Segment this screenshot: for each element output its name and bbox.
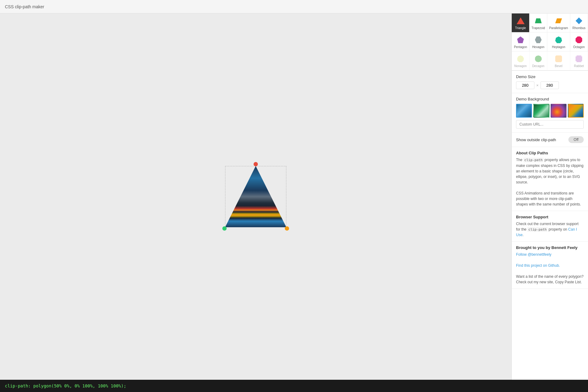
demo-bg-image — [225, 166, 286, 227]
rhombus-icon — [575, 17, 583, 25]
toggle-row: Show outside clip-path Off — [516, 136, 584, 143]
demo-background-section: Demo Background — [512, 93, 588, 133]
browser-support-section: Browser Support Check out the current br… — [512, 211, 588, 242]
shape-button-rabbet[interactable]: Rabbet — [570, 51, 588, 70]
twitter-link[interactable]: Follow @bennettfeely — [516, 252, 552, 257]
browser-support-text: Check out the current browser support fo… — [516, 221, 584, 238]
about-clip-paths-text1: The clip-path property allows you to mak… — [516, 157, 584, 185]
shape-button-trapezoid[interactable]: Trapezoid — [530, 13, 547, 32]
shape-label-heptagon: Heptagon — [552, 45, 565, 49]
shape-label-decagon: Decagon — [532, 64, 545, 68]
about-intro: The — [516, 158, 523, 162]
about-clip-paths-section: About Clip Paths The clip-path property … — [512, 147, 588, 211]
parallelogram-icon — [554, 17, 563, 25]
shape-label-rhombus: Rhombus — [572, 26, 586, 30]
shape-label-trapezoid: Trapezoid — [532, 26, 545, 30]
bg-thumbnails — [516, 104, 584, 118]
github-link[interactable]: Find this project on Github. — [516, 263, 560, 268]
trapezoid-icon — [534, 17, 543, 25]
shape-button-nonagon[interactable]: Nonagon — [512, 51, 530, 70]
app-title: CSS clip-path maker — [5, 4, 44, 9]
size-inputs: × — [516, 81, 584, 89]
attribution-section: Brought to you by Bennett Feely Follow @… — [512, 242, 588, 289]
main-content: Triangle Trapezoid Parallelogram — [0, 13, 588, 380]
shape-label-nonagon: Nonagon — [514, 64, 527, 68]
shape-label-rabbet: Rabbet — [574, 64, 584, 68]
shape-button-bevel[interactable]: Bevel — [547, 51, 570, 70]
bg-thumb-3[interactable] — [551, 104, 567, 118]
nonagon-icon — [516, 55, 525, 63]
demo-size-label: Demo Size — [516, 74, 584, 79]
shape-button-triangle[interactable]: Triangle — [512, 13, 530, 32]
bevel-icon — [554, 55, 563, 63]
shape-label-hexagon: Hexagon — [532, 45, 545, 49]
bg-thumb-2[interactable] — [533, 104, 549, 118]
pentagon-icon — [516, 36, 525, 44]
shape-label-pentagon: Pentagon — [514, 45, 527, 49]
top-bar: CSS clip-path maker — [0, 0, 588, 13]
demo-background-label: Demo Background — [516, 97, 584, 101]
shape-button-octagon[interactable]: Octagon — [570, 32, 588, 51]
heptagon-icon — [554, 36, 563, 44]
show-outside-section: Show outside clip-path Off — [512, 133, 588, 147]
rabbet-icon — [575, 55, 583, 63]
bg-thumb-4[interactable] — [568, 104, 584, 118]
shape-grid: Triangle Trapezoid Parallelogram — [512, 13, 588, 71]
control-point-bottom-left[interactable] — [222, 226, 227, 231]
shape-button-decagon[interactable]: Decagon — [530, 51, 547, 70]
octagon-icon — [575, 36, 583, 44]
shape-button-pentagon[interactable]: Pentagon — [512, 32, 530, 51]
control-point-top[interactable] — [254, 162, 258, 166]
app-container: CSS clip-path maker — [0, 0, 588, 392]
attribution-follow: Follow @bennettfeely — [516, 252, 584, 257]
browser-support-title: Browser Support — [516, 215, 584, 219]
browser-support-text2: property on — [548, 227, 568, 232]
attribution-github: Find this project on Github. — [516, 263, 584, 268]
hexagon-icon — [534, 36, 543, 44]
shape-label-parallelogram: Parallelogram — [549, 26, 568, 30]
show-outside-label: Show outside clip-path — [516, 138, 556, 142]
shape-label-triangle: Triangle — [515, 26, 526, 30]
clip-path-code1: clip-path — [523, 158, 544, 162]
decagon-icon — [534, 55, 543, 63]
control-point-bottom-right[interactable] — [285, 226, 289, 231]
about-clip-paths-title: About Clip Paths — [516, 151, 584, 155]
height-input[interactable] — [541, 81, 559, 89]
about-clip-paths-text2: CSS Animations and transitions are possi… — [516, 190, 584, 207]
bottom-bar: clip-path: polygon(50% 0%, 0% 100%, 100%… — [0, 380, 588, 392]
code-output: clip-path: polygon(50% 0%, 0% 100%, 100%… — [5, 383, 126, 388]
size-separator: × — [536, 83, 539, 88]
demo-wrapper — [225, 166, 286, 227]
triangle-icon — [516, 17, 525, 25]
shape-button-rhombus[interactable]: Rhombus — [570, 13, 588, 32]
shape-button-parallelogram[interactable]: Parallelogram — [547, 13, 570, 32]
shape-label-octagon: Octagon — [573, 45, 585, 49]
attribution-cpl: Want a list of the name of every polygon… — [516, 274, 584, 285]
custom-url-input[interactable] — [516, 120, 584, 129]
demo-image — [225, 166, 286, 227]
shape-button-heptagon[interactable]: Heptagon — [547, 32, 570, 51]
bg-thumb-1[interactable] — [516, 104, 532, 118]
demo-size-section: Demo Size × — [512, 71, 588, 93]
width-input[interactable] — [516, 81, 534, 89]
canvas-area — [0, 13, 511, 380]
show-outside-toggle[interactable]: Off — [568, 136, 584, 143]
demo-image-container — [225, 166, 286, 227]
clip-path-code2: clip-path — [527, 227, 548, 232]
sidebar: Triangle Trapezoid Parallelogram — [511, 13, 588, 380]
shape-label-bevel: Bevel — [555, 64, 563, 68]
attribution-title: Brought to you by Bennett Feely — [516, 245, 584, 250]
shape-button-hexagon[interactable]: Hexagon — [530, 32, 547, 51]
